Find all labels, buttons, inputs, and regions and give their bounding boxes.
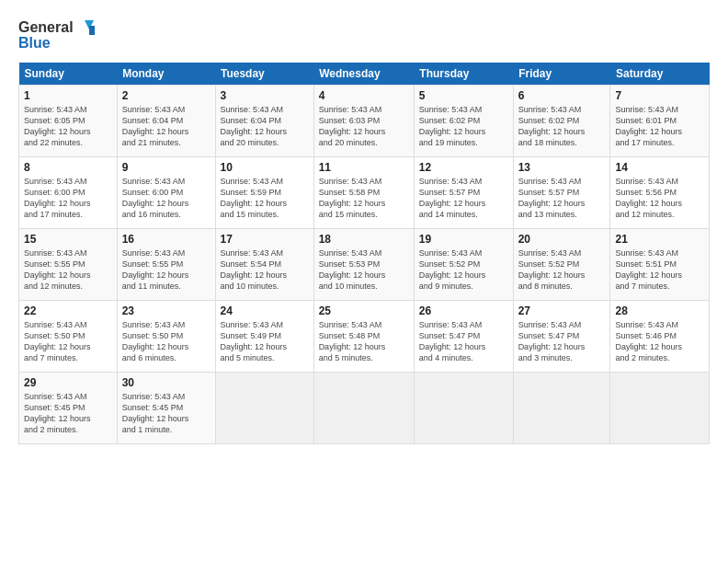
table-row: 30Sunrise: 5:43 AMSunset: 5:45 PMDayligh… [117,373,215,444]
day-number: 6 [518,89,606,102]
day-detail: Sunrise: 5:43 AMSunset: 6:04 PMDaylight:… [122,104,210,149]
table-row: 28Sunrise: 5:43 AMSunset: 5:46 PMDayligh… [610,301,710,373]
day-detail: Sunrise: 5:43 AMSunset: 5:47 PMDaylight:… [518,319,606,364]
table-row: 6Sunrise: 5:43 AMSunset: 6:02 PMDaylight… [513,86,610,157]
day-number: 10 [221,161,309,174]
table-row [513,373,610,444]
day-detail: Sunrise: 5:43 AMSunset: 5:52 PMDaylight:… [518,247,606,293]
day-detail: Sunrise: 5:43 AMSunset: 5:55 PMDaylight:… [24,247,112,293]
day-detail: Sunrise: 5:43 AMSunset: 5:46 PMDaylight:… [615,319,704,364]
day-number: 11 [319,161,409,174]
day-detail: Sunrise: 5:43 AMSunset: 5:53 PMDaylight:… [319,247,409,293]
day-detail: Sunrise: 5:43 AMSunset: 5:50 PMDaylight:… [24,319,112,364]
table-row: 2Sunrise: 5:43 AMSunset: 6:04 PMDaylight… [117,86,215,157]
day-detail: Sunrise: 5:43 AMSunset: 5:52 PMDaylight:… [419,247,508,293]
day-number: 17 [221,233,309,246]
table-row [414,373,513,444]
logo: General Blue [18,18,96,52]
table-row [215,373,313,444]
day-detail: Sunrise: 5:43 AMSunset: 5:56 PMDaylight:… [615,176,704,221]
day-detail: Sunrise: 5:43 AMSunset: 5:59 PMDaylight:… [221,176,309,221]
table-row: 4Sunrise: 5:43 AMSunset: 6:03 PMDaylight… [313,86,414,157]
table-row: 21Sunrise: 5:43 AMSunset: 5:51 PMDayligh… [610,229,710,301]
day-detail: Sunrise: 5:43 AMSunset: 5:55 PMDaylight:… [122,247,210,293]
col-header-tuesday: Tuesday [215,63,313,86]
day-number: 9 [122,161,210,174]
day-detail: Sunrise: 5:43 AMSunset: 5:50 PMDaylight:… [122,319,210,364]
day-detail: Sunrise: 5:43 AMSunset: 5:57 PMDaylight:… [419,176,508,221]
day-detail: Sunrise: 5:43 AMSunset: 6:05 PMDaylight:… [24,104,112,149]
day-number: 8 [24,161,112,174]
day-detail: Sunrise: 5:43 AMSunset: 6:03 PMDaylight:… [319,104,409,149]
table-row: 29Sunrise: 5:43 AMSunset: 5:45 PMDayligh… [19,373,118,444]
day-number: 7 [615,89,704,102]
col-header-friday: Friday [513,63,610,86]
day-number: 30 [122,376,210,389]
day-detail: Sunrise: 5:43 AMSunset: 6:00 PMDaylight:… [122,176,210,221]
table-row: 10Sunrise: 5:43 AMSunset: 5:59 PMDayligh… [215,157,313,229]
table-row: 12Sunrise: 5:43 AMSunset: 5:57 PMDayligh… [414,157,513,229]
day-detail: Sunrise: 5:43 AMSunset: 5:51 PMDaylight:… [615,247,704,293]
day-number: 18 [319,233,409,246]
day-number: 22 [24,304,112,317]
day-detail: Sunrise: 5:43 AMSunset: 5:58 PMDaylight:… [319,176,409,221]
col-header-monday: Monday [117,63,215,86]
day-number: 1 [24,89,112,102]
table-row: 1Sunrise: 5:43 AMSunset: 6:05 PMDaylight… [19,86,118,157]
day-number: 14 [615,161,704,174]
day-number: 21 [615,233,704,246]
table-row: 9Sunrise: 5:43 AMSunset: 6:00 PMDaylight… [117,157,215,229]
day-detail: Sunrise: 5:43 AMSunset: 5:45 PMDaylight:… [24,391,112,436]
day-detail: Sunrise: 5:43 AMSunset: 6:02 PMDaylight:… [419,104,508,149]
svg-rect-1 [89,26,95,35]
col-header-sunday: Sunday [19,63,118,86]
day-number: 25 [319,304,409,317]
day-detail: Sunrise: 5:43 AMSunset: 5:54 PMDaylight:… [221,247,309,293]
table-row: 8Sunrise: 5:43 AMSunset: 6:00 PMDaylight… [19,157,118,229]
table-row: 25Sunrise: 5:43 AMSunset: 5:48 PMDayligh… [313,301,414,373]
table-row: 24Sunrise: 5:43 AMSunset: 5:49 PMDayligh… [215,301,313,373]
table-row: 18Sunrise: 5:43 AMSunset: 5:53 PMDayligh… [313,229,414,301]
table-row: 19Sunrise: 5:43 AMSunset: 5:52 PMDayligh… [414,229,513,301]
day-number: 29 [24,376,112,389]
day-detail: Sunrise: 5:43 AMSunset: 5:48 PMDaylight:… [319,319,409,364]
table-row: 23Sunrise: 5:43 AMSunset: 5:50 PMDayligh… [117,301,215,373]
table-row: 11Sunrise: 5:43 AMSunset: 5:58 PMDayligh… [313,157,414,229]
day-detail: Sunrise: 5:43 AMSunset: 5:45 PMDaylight:… [122,391,210,436]
table-row: 20Sunrise: 5:43 AMSunset: 5:52 PMDayligh… [513,229,610,301]
table-row: 14Sunrise: 5:43 AMSunset: 5:56 PMDayligh… [610,157,710,229]
day-detail: Sunrise: 5:43 AMSunset: 5:47 PMDaylight:… [419,319,508,364]
day-number: 5 [419,89,508,102]
day-detail: Sunrise: 5:43 AMSunset: 6:00 PMDaylight:… [24,176,112,221]
day-detail: Sunrise: 5:43 AMSunset: 6:02 PMDaylight:… [518,104,606,149]
table-row: 16Sunrise: 5:43 AMSunset: 5:55 PMDayligh… [117,229,215,301]
col-header-thursday: Thursday [414,63,513,86]
day-number: 13 [518,161,606,174]
day-number: 20 [518,233,606,246]
day-number: 16 [122,233,210,246]
table-row: 7Sunrise: 5:43 AMSunset: 6:01 PMDaylight… [610,86,710,157]
day-number: 23 [122,304,210,317]
day-number: 15 [24,233,112,246]
day-detail: Sunrise: 5:43 AMSunset: 6:04 PMDaylight:… [221,104,309,149]
table-row: 27Sunrise: 5:43 AMSunset: 5:47 PMDayligh… [513,301,610,373]
day-detail: Sunrise: 5:43 AMSunset: 6:01 PMDaylight:… [615,104,704,149]
col-header-saturday: Saturday [610,63,710,86]
day-number: 2 [122,89,210,102]
col-header-wednesday: Wednesday [313,63,414,86]
day-number: 12 [419,161,508,174]
table-row [313,373,414,444]
table-row: 17Sunrise: 5:43 AMSunset: 5:54 PMDayligh… [215,229,313,301]
day-number: 19 [419,233,508,246]
table-row: 13Sunrise: 5:43 AMSunset: 5:57 PMDayligh… [513,157,610,229]
calendar-table: SundayMondayTuesdayWednesdayThursdayFrid… [18,63,710,444]
day-detail: Sunrise: 5:43 AMSunset: 5:57 PMDaylight:… [518,176,606,221]
table-row: 5Sunrise: 5:43 AMSunset: 6:02 PMDaylight… [414,86,513,157]
table-row: 3Sunrise: 5:43 AMSunset: 6:04 PMDaylight… [215,86,313,157]
day-number: 24 [221,304,309,317]
day-number: 3 [221,89,309,102]
table-row: 15Sunrise: 5:43 AMSunset: 5:55 PMDayligh… [19,229,118,301]
day-number: 4 [319,89,409,102]
table-row: 26Sunrise: 5:43 AMSunset: 5:47 PMDayligh… [414,301,513,373]
table-row [610,373,710,444]
